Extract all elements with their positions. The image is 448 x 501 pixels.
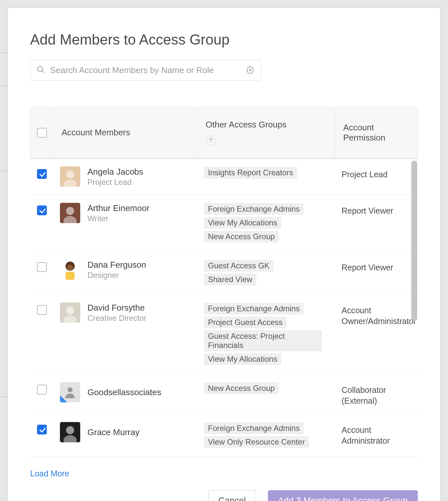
checkbox-cell — [30, 256, 53, 275]
svg-point-20 — [66, 426, 74, 434]
table-row: Arthur EinemoorWriterForeign Exchange Ad… — [30, 195, 418, 252]
permission-cell: Account Owner/Administrator — [335, 299, 423, 330]
member-text: David ForsytheCreative Director — [87, 303, 146, 323]
groups-cell: Foreign Exchange AdminsView Only Resourc… — [197, 419, 335, 452]
column-members: Account Members — [53, 107, 197, 158]
select-all-header — [30, 107, 53, 158]
member-cell: David ForsytheCreative Director — [53, 299, 197, 326]
groups-cell: Foreign Exchange AdminsProject Guest Acc… — [197, 299, 335, 369]
permission-cell: Report Viewer — [335, 256, 418, 276]
modal-actions: Cancel Add 3 Members to Access Group — [30, 490, 418, 501]
permission-text: Account Administrator — [342, 421, 411, 446]
search-field[interactable] — [30, 60, 261, 81]
svg-point-6 — [66, 170, 74, 179]
groups-cell: Foreign Exchange AdminsView My Allocatio… — [197, 200, 335, 247]
table-header: Account Members Other Access Groups ? Ac… — [30, 107, 418, 159]
group-chip: Insights Report Creators — [204, 167, 297, 179]
groups-cell: New Access Group — [197, 379, 335, 398]
avatar — [60, 203, 80, 223]
avatar — [60, 382, 80, 402]
member-cell: Dana FergusonDesigner — [53, 256, 197, 283]
checkbox-cell — [30, 299, 53, 318]
add-members-button[interactable]: Add 3 Members to Access Group — [268, 490, 418, 501]
svg-point-18 — [67, 387, 72, 392]
table-row: David ForsytheCreative DirectorForeign E… — [30, 295, 418, 374]
svg-rect-14 — [65, 272, 75, 280]
group-chip: Foreign Exchange Admins — [204, 422, 304, 434]
row-checkbox[interactable] — [37, 305, 47, 315]
permission-cell: Collaborator (External) — [335, 379, 418, 409]
scrollbar-thumb[interactable] — [411, 161, 417, 321]
clear-search-icon[interactable] — [246, 66, 255, 75]
permission-text: Report Viewer — [342, 259, 411, 273]
group-chip: Shared View — [204, 274, 256, 285]
avatar — [60, 302, 80, 323]
group-chip: Guest Access GK — [204, 260, 273, 272]
member-role: Project Lead — [87, 178, 143, 187]
permission-cell: Account Administrator — [335, 419, 418, 449]
group-chip: View Only Resource Center — [204, 436, 309, 448]
avatar — [60, 166, 80, 187]
cancel-button[interactable]: Cancel — [208, 490, 256, 501]
permission-text: Account Owner/Administrator — [342, 302, 416, 326]
column-permission-label: Account Permission — [343, 123, 410, 143]
avatar — [60, 260, 80, 280]
column-groups: Other Access Groups ? — [197, 107, 335, 158]
permission-cell: Report Viewer — [335, 200, 418, 220]
table-row: GoodsellassociatesNew Access GroupCollab… — [30, 374, 418, 414]
group-chip: Foreign Exchange Admins — [204, 303, 304, 315]
external-flag-icon — [60, 395, 67, 402]
group-chip: Foreign Exchange Admins — [204, 203, 304, 215]
member-text: Arthur EinemoorWriter — [87, 203, 149, 223]
table-body-wrap: Angela JacobsProject LeadInsights Report… — [30, 159, 418, 457]
member-cell: Arthur EinemoorWriter — [53, 200, 197, 226]
member-name: Goodsellassociates — [87, 387, 161, 397]
member-name: Grace Murray — [87, 427, 140, 437]
member-name: Angela Jacobs — [87, 167, 143, 177]
member-name: David Forsythe — [87, 303, 146, 313]
row-checkbox[interactable] — [37, 385, 47, 395]
group-chip: New Access Group — [204, 382, 279, 394]
svg-point-13 — [67, 265, 73, 271]
column-permission: Account Permission — [335, 107, 418, 158]
search-input[interactable] — [49, 65, 241, 76]
groups-cell: Insights Report Creators — [197, 163, 335, 183]
svg-point-9 — [66, 207, 74, 215]
add-members-modal: Add Members to Access Group Account — [8, 8, 440, 501]
help-icon[interactable]: ? — [206, 136, 215, 145]
member-cell: Angela JacobsProject Lead — [53, 163, 197, 190]
member-role: Designer — [87, 271, 146, 280]
member-text: Angela JacobsProject Lead — [87, 167, 143, 187]
load-more-link[interactable]: Load More — [30, 469, 69, 478]
permission-text: Report Viewer — [342, 202, 411, 216]
group-chip: Project Guest Access — [204, 317, 287, 328]
member-text: Grace Murray — [87, 427, 140, 437]
member-name: Dana Ferguson — [87, 260, 146, 270]
checkbox-cell — [30, 200, 53, 219]
svg-line-1 — [42, 71, 44, 72]
search-icon — [36, 65, 45, 75]
checkbox-cell — [30, 163, 53, 182]
member-name: Arthur Einemoor — [87, 203, 149, 213]
row-checkbox[interactable] — [37, 262, 47, 272]
group-chip: View My Allocations — [204, 353, 281, 365]
table-body: Angela JacobsProject LeadInsights Report… — [30, 159, 418, 457]
groups-cell: Guest Access GKShared View — [197, 256, 335, 290]
group-chip: Guest Access: Project Financials — [204, 330, 322, 351]
group-chip: New Access Group — [204, 231, 279, 242]
row-checkbox[interactable] — [37, 169, 47, 179]
permission-cell: Project Lead — [335, 163, 418, 183]
member-text: Dana FergusonDesigner — [87, 260, 146, 280]
row-checkbox[interactable] — [37, 425, 47, 434]
member-role: Writer — [87, 214, 149, 223]
group-chip: View My Allocations — [204, 217, 281, 229]
select-all-checkbox[interactable] — [37, 128, 47, 138]
table-row: Angela JacobsProject LeadInsights Report… — [30, 159, 418, 195]
members-table: Account Members Other Access Groups ? Ac… — [30, 107, 418, 457]
permission-text: Project Lead — [342, 166, 411, 180]
svg-point-0 — [38, 67, 43, 71]
column-groups-label: Other Access Groups — [206, 120, 327, 130]
table-row: Dana FergusonDesignerGuest Access GKShar… — [30, 252, 418, 295]
column-members-label: Account Members — [62, 127, 190, 138]
row-checkbox[interactable] — [37, 205, 47, 215]
